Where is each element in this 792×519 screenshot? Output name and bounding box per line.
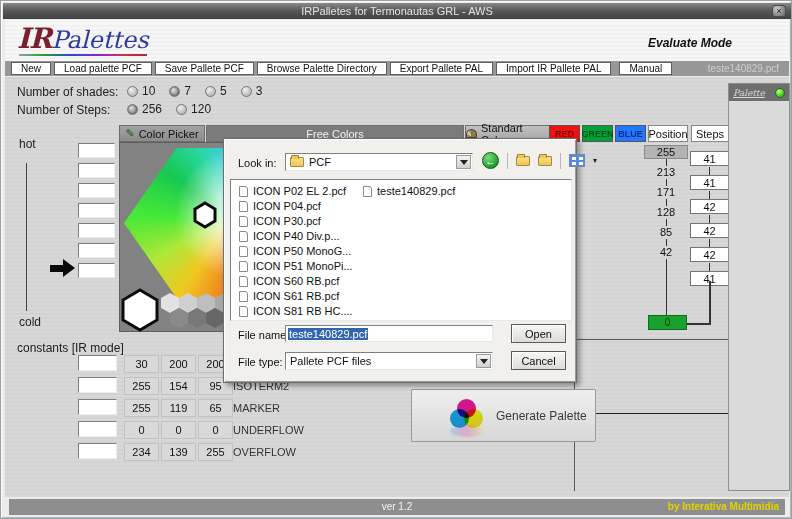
selected-hexagon-marker[interactable] (192, 201, 218, 229)
file-icon (239, 216, 248, 227)
views-caret-icon[interactable]: ▾ (593, 156, 597, 165)
new-folder-icon[interactable] (538, 156, 552, 166)
close-icon[interactable]: × (772, 5, 786, 17)
shell-icon (466, 129, 477, 138)
file-item[interactable]: ICON P50 MonoG... (239, 245, 351, 257)
shade-color-input-1[interactable] (78, 143, 115, 158)
shades-label: Number of shades: (17, 85, 118, 99)
title-bar[interactable]: IRPalletes for Termonautas GRL - AWS × (3, 3, 791, 19)
green-channel-button[interactable]: GREEN (582, 125, 613, 142)
shade-color-input-5[interactable] (78, 223, 115, 238)
shades-radio-7[interactable]: 7 (169, 84, 191, 98)
header: IRPalettes Evaluate Mode (5, 20, 789, 61)
steps-input-2[interactable]: 41 (690, 175, 729, 190)
hot-label: hot (19, 137, 36, 151)
file-list[interactable]: ICON P02 EL 2.pcf ICON P04.pcf ICON P30.… (230, 179, 572, 321)
shade-color-input-3[interactable] (78, 183, 115, 198)
position-connector-line (666, 259, 667, 315)
file-open-dialog: Look in: PCF ← ▾ ICON P02 EL 2.pcf ICON … (223, 138, 577, 383)
export-pallete-pal-button[interactable]: Export Pallete PAL (390, 62, 493, 75)
tab-color-picker[interactable]: ✎ Color Picker (119, 125, 205, 142)
save-pallete-pcf-button[interactable]: Save Pallete PCF (155, 62, 254, 75)
look-in-dropdown-arrow[interactable] (456, 155, 471, 169)
steps-input-5[interactable]: 42 (690, 247, 729, 262)
look-in-label: Look in: (238, 157, 277, 169)
file-icon (239, 291, 248, 302)
palette-preview-panel: Palette (728, 83, 790, 491)
status-bar: ver 1.2 by Interativa Multimidia (9, 499, 785, 515)
file-item[interactable]: ICON P40 Div.p... (239, 230, 340, 242)
load-palette-pcf-button[interactable]: Load palette PCF (54, 62, 152, 75)
new-button[interactable]: New (11, 62, 51, 75)
file-icon (239, 246, 248, 257)
steps-connector-line (709, 281, 711, 325)
folder-icon (290, 157, 304, 167)
status-dot-icon (775, 88, 785, 98)
views-icon[interactable] (569, 154, 585, 167)
file-item[interactable]: ICON S60 RB.pcf (239, 275, 339, 287)
shades-radio-10[interactable]: 10 (127, 84, 155, 98)
steps-radio-256[interactable]: 256 (127, 102, 162, 116)
constants-row-overflow: 234 139 255 OVERFLOW (5, 443, 565, 461)
generate-connector-line (595, 413, 728, 414)
blue-channel-button[interactable]: BLUE (615, 125, 646, 142)
main-area: Number of shades: 10 7 5 3 Number of Ste… (5, 77, 789, 497)
file-icon (239, 261, 248, 272)
steps-radio-120[interactable]: 120 (176, 102, 211, 116)
hot-cold-scale-line (26, 163, 27, 311)
position-value-42: 42 (644, 246, 688, 258)
cold-label: cold (19, 315, 41, 329)
open-button[interactable]: Open (511, 324, 566, 343)
position-value-171: 171 (644, 186, 688, 198)
file-icon (239, 306, 248, 317)
shade-color-input-4[interactable] (78, 203, 115, 218)
file-item[interactable]: ICON P02 EL 2.pcf (239, 185, 346, 197)
browse-palette-directory-button[interactable]: Browse Palette Directory (257, 62, 387, 75)
file-name-label: File name: (238, 329, 289, 341)
file-icon (363, 186, 372, 197)
position-value-213: 213 (644, 166, 688, 178)
up-folder-icon[interactable] (516, 156, 530, 166)
manual-button[interactable]: Manual (619, 62, 672, 75)
shades-radio-3[interactable]: 3 (241, 84, 263, 98)
shade-color-input-2[interactable] (78, 163, 115, 178)
look-in-dropdown[interactable]: PCF (285, 153, 473, 171)
generate-palette-button[interactable]: Generate Palette (411, 389, 596, 442)
constants-input-4[interactable] (78, 421, 117, 437)
back-icon[interactable]: ← (482, 152, 499, 169)
file-icon (239, 186, 248, 197)
steps-input-3[interactable]: 42 (690, 199, 729, 214)
file-icon (239, 231, 248, 242)
app-logo: IRPalettes (17, 22, 148, 55)
file-type-dropdown[interactable]: Pallete PCF files (285, 352, 493, 370)
file-item[interactable]: teste140829.pcf (363, 185, 455, 197)
file-name-input[interactable]: teste140829.pcf (285, 325, 493, 342)
file-type-label: File type: (238, 356, 283, 368)
shades-radio-5[interactable]: 5 (205, 84, 227, 98)
shade-color-input-6[interactable] (78, 243, 115, 258)
file-item[interactable]: ICON P51 MonoPi... (239, 260, 353, 272)
position-value-85: 85 (644, 226, 688, 238)
file-item[interactable]: ICON S61 RB.pcf (239, 290, 339, 302)
constants-input-1[interactable] (78, 355, 117, 371)
file-type-dropdown-arrow[interactable] (476, 354, 491, 368)
cancel-button[interactable]: Cancel (511, 351, 566, 370)
steps-input-4[interactable]: 42 (690, 223, 729, 238)
palette-icon (450, 399, 484, 433)
horizontal-divider (574, 339, 728, 340)
window-title: IRPalletes for Termonautas GRL - AWS (301, 5, 493, 17)
constants-input-3[interactable] (78, 399, 117, 415)
import-ir-pallete-pal-button[interactable]: Import IR Pallete PAL (496, 62, 611, 75)
shade-color-input-7[interactable] (78, 263, 115, 278)
logo-ir-text: IR (17, 22, 51, 55)
steps-input-1[interactable]: 41 (690, 151, 729, 166)
constants-input-5[interactable] (78, 443, 117, 459)
constants-input-2[interactable] (78, 377, 117, 393)
file-item[interactable]: ICON S81 RB HC.... (239, 305, 353, 317)
file-item[interactable]: ICON P04.pcf (239, 200, 321, 212)
file-item[interactable]: ICON P30.pcf (239, 215, 321, 227)
credit-label: by Interativa Multimidia (668, 499, 779, 515)
steps-column-header: Steps (691, 125, 729, 142)
current-shade-arrow-icon (50, 259, 76, 277)
steps-connector-elbow (686, 323, 711, 325)
